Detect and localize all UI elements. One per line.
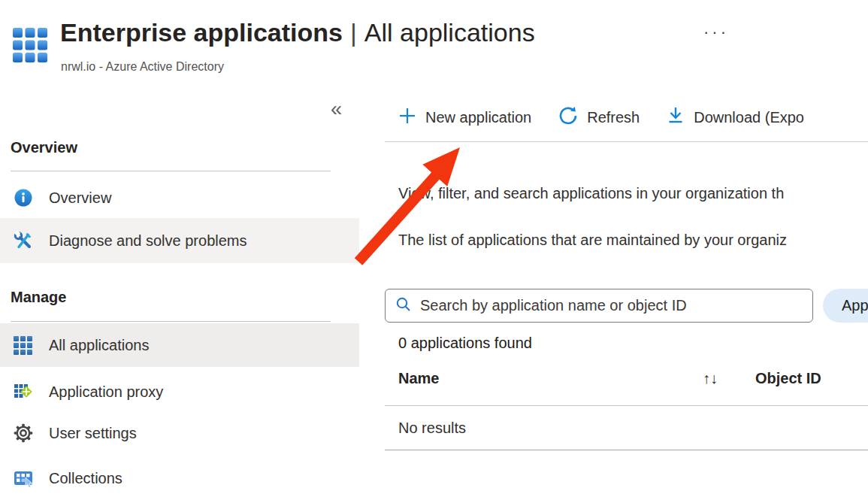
divider — [385, 450, 868, 450]
page-title-separator: | — [343, 18, 364, 47]
sidebar-collapse-button[interactable]: « — [331, 98, 342, 121]
sidebar-section-overview-heading: Overview — [11, 139, 77, 156]
sidebar-item-label: Application proxy — [49, 383, 163, 401]
application-type-filter-pill[interactable]: App — [823, 289, 868, 323]
search-icon — [395, 295, 413, 317]
enterprise-applications-page: { "header": { "title_primary": "Enterpri… — [0, 0, 868, 503]
tools-icon — [13, 231, 33, 251]
page-title-secondary: All applications — [364, 18, 535, 47]
enterprise-applications-icon — [13, 28, 47, 62]
new-application-label: New application — [425, 109, 531, 126]
refresh-button[interactable]: Refresh — [558, 106, 640, 129]
sidebar-item-label: All applications — [49, 337, 149, 354]
page-title: Enterprise applications|All applications — [60, 18, 535, 47]
sidebar: « Overview Overview Diagnose and so — [0, 96, 359, 503]
page-title-primary: Enterprise applications — [60, 18, 343, 47]
main-content: New application Refresh — [385, 96, 868, 503]
plus-icon — [398, 107, 416, 129]
download-icon — [667, 106, 685, 129]
sidebar-item-all-applications[interactable]: All applications — [0, 323, 359, 367]
gear-icon — [13, 423, 33, 444]
sidebar-item-collections[interactable]: Collections — [0, 459, 359, 497]
search-input[interactable] — [420, 297, 805, 314]
sidebar-item-user-settings[interactable]: User settings — [0, 414, 359, 452]
ellipsis-icon: ··· — [703, 23, 729, 41]
application-search-box[interactable] — [385, 289, 813, 323]
info-icon — [13, 188, 33, 208]
double-chevron-left-icon: « — [331, 98, 342, 120]
sidebar-item-label: Collections — [49, 470, 122, 487]
sidebar-item-label: Overview — [49, 189, 111, 207]
app-proxy-icon — [13, 382, 33, 402]
breadcrumb-subtitle: nrwl.io - Azure Active Directory — [61, 60, 224, 74]
empty-results-text: No results — [398, 420, 466, 437]
new-application-button[interactable]: New application — [398, 107, 531, 129]
divider — [385, 405, 868, 406]
command-bar: New application Refresh — [398, 106, 804, 129]
collections-icon — [13, 468, 33, 489]
download-label: Download (Expo — [694, 109, 804, 126]
column-header-name[interactable]: Name — [398, 370, 439, 387]
sidebar-section-manage-heading: Manage — [11, 289, 66, 306]
sidebar-item-overview[interactable]: Overview — [0, 178, 359, 217]
sort-arrows-icon[interactable]: ↑↓ — [703, 370, 718, 387]
sidebar-item-application-proxy[interactable]: Application proxy — [0, 373, 359, 411]
filter-pill-label: App — [842, 297, 868, 314]
column-header-object-id[interactable]: Object ID — [755, 370, 821, 387]
sidebar-item-label: User settings — [49, 425, 137, 442]
refresh-label: Refresh — [587, 109, 640, 126]
divider — [11, 171, 331, 171]
description-line-2: The list of applications that are mainta… — [398, 232, 787, 249]
sidebar-item-label: Diagnose and solve problems — [49, 232, 247, 250]
refresh-icon — [558, 106, 578, 129]
grid-icon — [13, 335, 33, 356]
sidebar-item-diagnose-and-solve-problems[interactable]: Diagnose and solve problems — [0, 218, 359, 263]
results-count: 0 applications found — [398, 335, 532, 352]
divider — [11, 321, 331, 322]
download-export-button[interactable]: Download (Expo — [667, 106, 804, 129]
divider — [385, 141, 868, 142]
more-menu-button[interactable]: ··· — [703, 23, 729, 42]
description-line-1: View, filter, and search applications in… — [398, 185, 784, 202]
